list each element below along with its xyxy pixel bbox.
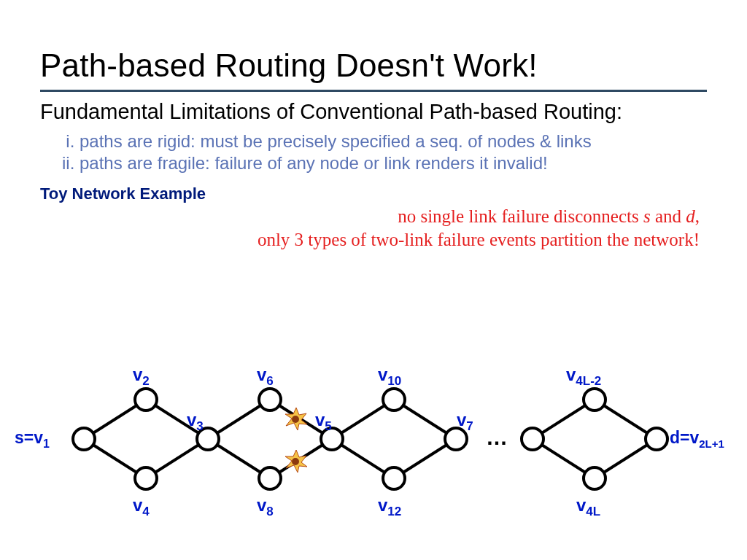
example-label: Toy Network Example [40,184,707,203]
red-line-1b: and [651,206,686,226]
label-v6: v6 [257,365,274,388]
ellipsis: … [486,425,508,449]
svg-point-18 [135,467,157,489]
subtitle: Fundamental Limitations of Conventional … [40,99,707,125]
fire-icon [285,450,307,472]
svg-point-23 [383,389,405,411]
label-v10: v10 [378,365,401,388]
title-underline [40,90,707,92]
svg-point-31 [292,416,299,423]
svg-point-29 [646,428,667,450]
svg-point-20 [259,389,281,411]
red-line-1c: , [695,206,700,226]
svg-point-33 [292,458,299,465]
bullet-1: paths are rigid: must be precisely speci… [80,131,707,152]
label-v8: v8 [257,495,274,518]
red-d: d [686,206,695,226]
red-annotation: no single link failure disconnects s and… [40,205,700,252]
svg-point-28 [584,467,605,489]
svg-point-27 [584,389,605,411]
svg-point-24 [383,467,405,489]
red-s: s [643,206,651,226]
label-v12: v12 [378,495,401,518]
bullet-2: paths are fragile: failure of any node o… [80,152,707,174]
slide-title: Path-based Routing Doesn't Work! [40,47,707,84]
bullet-list: paths are rigid: must be precisely speci… [40,131,707,174]
label-v4l2: v4L-2 [566,365,601,388]
network-diagram: s=v1 v2 v3 v4 v6 v5 v8 v10 v7 v12 … v4L-… [0,351,747,526]
svg-point-17 [135,389,157,411]
label-s: s=v1 [15,428,50,450]
svg-point-16 [73,428,95,450]
label-d: d=v2L+1 [670,428,724,450]
svg-point-26 [522,428,543,450]
slide: Path-based Routing Doesn't Work! Fundame… [0,0,747,560]
red-line-1a: no single link failure disconnects [398,206,643,226]
label-v4l: v4L [576,495,600,518]
label-v2: v2 [133,365,150,388]
svg-point-25 [445,428,467,450]
svg-point-21 [259,467,281,489]
red-line-2: only 3 types of two-link failure events … [258,230,700,249]
label-v4: v4 [133,495,150,518]
